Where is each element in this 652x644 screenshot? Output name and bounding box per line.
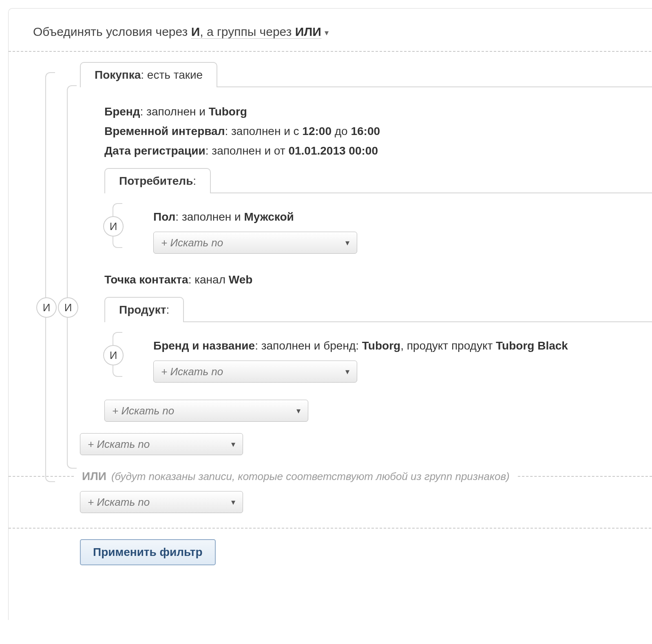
or-label: ИЛИ	[82, 470, 106, 483]
block-tab-product[interactable]: Продукт:	[104, 297, 184, 322]
rule-contact-point[interactable]: Точка контакта: канал Web	[104, 273, 652, 286]
rule-registration-date[interactable]: Дата регистрации: заполнен и от 01.01.20…	[104, 144, 652, 157]
add-condition-consumer[interactable]: + Искать по ▾	[153, 232, 357, 254]
add-condition-purchase[interactable]: + Искать по ▾	[104, 400, 308, 422]
add-condition-or-group[interactable]: + Искать по ▾	[80, 491, 243, 513]
chevron-down-icon: ▾	[296, 406, 301, 416]
search-label: + Искать по	[88, 438, 150, 451]
block-title: Продукт	[119, 303, 166, 316]
block-panel-product: Бренд и название: заполнен и бренд: Tubo…	[104, 321, 652, 388]
chevron-down-icon: ▾	[345, 238, 349, 248]
rule-time-interval[interactable]: Временной интервал: заполнен и с 12:00 д…	[104, 125, 652, 138]
block-suffix: :	[166, 303, 169, 316]
apply-filter-button[interactable]: Применить фильтр	[80, 539, 216, 565]
or-hint: (будут показаны записи, которые соответс…	[111, 470, 510, 483]
search-label: + Искать по	[161, 237, 223, 249]
block-panel-consumer: Пол: заполнен и Мужской + Искать по ▾	[104, 193, 652, 259]
add-condition-product[interactable]: + Искать по ▾	[153, 361, 357, 383]
rule-brand-and-name[interactable]: Бренд и название: заполнен и бренд: Tubo…	[153, 339, 652, 352]
search-label: + Искать по	[88, 496, 150, 509]
chevron-down-icon: ▾	[345, 367, 349, 376]
block-title: Потребитель	[119, 175, 193, 187]
block-tab-purchase[interactable]: Покупка: есть такие	[80, 62, 217, 87]
mode-or: ИЛИ	[295, 25, 321, 38]
divider	[518, 476, 652, 477]
chevron-down-icon: ▾	[231, 439, 235, 449]
group-operator-purchase[interactable]: И	[58, 297, 78, 318]
group-bracket-purchase	[67, 85, 77, 469]
group-bracket-outer	[45, 72, 55, 482]
chevron-down-icon: ▾	[231, 497, 235, 507]
mode-and: И	[191, 25, 200, 38]
search-label: + Искать по	[161, 365, 223, 378]
rule-gender[interactable]: Пол: заполнен и Мужской	[153, 210, 652, 224]
rule-brand[interactable]: Бренд: заполнен и Tuborg	[104, 105, 652, 118]
search-label: + Искать по	[112, 405, 174, 417]
text-static: Объединять условия через	[33, 25, 191, 38]
group-operator-outer[interactable]: И	[36, 297, 57, 318]
block-consumer: И Потребитель: Пол: заполнен и Мужской +…	[104, 168, 652, 259]
block-suffix: : есть такие	[141, 69, 203, 81]
add-condition-group[interactable]: + Искать по ▾	[80, 433, 243, 455]
block-product: И Продукт: Бренд и название: заполнен и …	[104, 297, 652, 388]
filter-combine-mode[interactable]: Объединять условия через И, а группы чер…	[33, 25, 652, 39]
text-static: , а группы через	[200, 25, 295, 38]
block-panel-purchase: Бренд: заполнен и Tuborg Временной интер…	[80, 86, 652, 422]
block-title: Покупка	[95, 69, 141, 81]
or-divider: ИЛИ (будут показаны записи, которые соот…	[9, 470, 652, 483]
chevron-down-icon: ▾	[325, 28, 329, 37]
divider	[9, 476, 74, 477]
block-suffix: :	[193, 175, 196, 187]
block-tab-consumer[interactable]: Потребитель:	[104, 168, 211, 193]
